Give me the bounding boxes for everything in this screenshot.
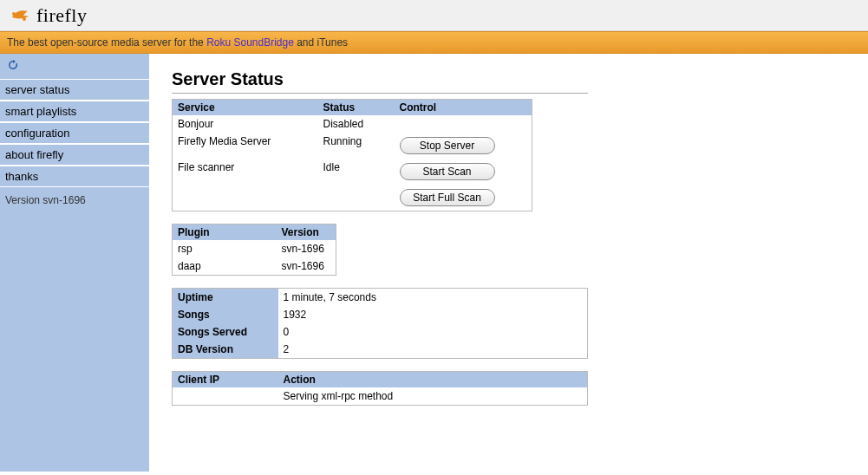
sidebar-item-thanks[interactable]: thanks (0, 166, 149, 187)
client-ip (173, 387, 278, 406)
clients-col-ip: Client IP (173, 372, 278, 388)
stats-table: Uptime1 minute, 7 seconds Songs1932 Song… (172, 288, 588, 359)
table-row: DB Version2 (173, 341, 588, 359)
start-full-scan-button[interactable]: Start Full Scan (400, 189, 495, 206)
table-row: Start Full Scan (173, 185, 532, 211)
stat-label: DB Version (173, 341, 278, 359)
sidebar-item-configuration[interactable]: configuration (0, 122, 149, 144)
tagline: The best open-source media server for th… (0, 31, 868, 54)
table-row: Bonjour Disabled (173, 115, 532, 133)
stat-value: 1 minute, 7 seconds (278, 289, 588, 307)
services-col-status: Status (318, 100, 395, 116)
plugins-col-version: Version (277, 224, 336, 241)
stat-label: Songs (173, 306, 278, 323)
table-row: Firefly Media Server Running Stop Server (173, 133, 532, 159)
header: firefly (0, 0, 868, 31)
plugin-version: svn-1696 (277, 257, 336, 276)
sidebar-item-smart-playlists[interactable]: smart playlists (0, 101, 149, 122)
stat-label: Songs Served (173, 323, 278, 341)
sidebar: server status smart playlists configurat… (0, 54, 149, 472)
services-table: Service Status Control Bonjour Disabled … (172, 99, 532, 211)
service-status: Running (318, 133, 395, 159)
service-name: Firefly Media Server (173, 133, 318, 159)
main-content: Server Status Service Status Control Bon… (149, 54, 868, 472)
service-status: Idle (318, 159, 395, 185)
stat-value: 1932 (278, 306, 588, 323)
service-status: Disabled (318, 115, 395, 133)
stat-value: 2 (278, 341, 588, 359)
stat-label: Uptime (173, 289, 278, 307)
nav: server status smart playlists configurat… (0, 80, 149, 187)
plugin-name: rsp (173, 240, 277, 257)
plugins-col-plugin: Plugin (173, 224, 277, 241)
plugin-version: svn-1696 (277, 240, 336, 257)
services-col-control: Control (395, 100, 532, 116)
table-row: Serving xml-rpc method (173, 387, 588, 406)
logo-text: firefly (36, 4, 87, 27)
page-title: Server Status (172, 69, 845, 89)
plugins-table: Plugin Version rsp svn-1696 daap svn-169… (172, 224, 336, 276)
stat-value: 0 (278, 323, 588, 341)
svg-point-0 (12, 12, 16, 16)
services-col-service: Service (173, 100, 318, 116)
start-scan-button[interactable]: Start Scan (400, 163, 495, 180)
plugin-name: daap (173, 257, 277, 276)
stop-server-button[interactable]: Stop Server (400, 137, 495, 154)
roku-link[interactable]: Roku SoundBridge (206, 36, 294, 49)
logo: firefly (7, 4, 87, 27)
clients-col-action: Action (278, 372, 588, 388)
clients-table: Client IP Action Serving xml-rpc method (172, 371, 588, 406)
service-name: File scanner (173, 159, 318, 185)
refresh-icon[interactable] (7, 59, 19, 71)
tagline-pre: The best open-source media server for th… (7, 36, 206, 49)
table-row: rsp svn-1696 (173, 240, 336, 257)
svg-point-1 (23, 17, 26, 21)
table-row: Songs Served0 (173, 323, 588, 341)
table-row: Uptime1 minute, 7 seconds (173, 289, 588, 307)
client-action: Serving xml-rpc method (278, 387, 588, 406)
table-row: daap svn-1696 (173, 257, 336, 276)
sidebar-item-about-firefly[interactable]: about firefly (0, 144, 149, 166)
table-row: File scanner Idle Start Scan (173, 159, 532, 185)
service-name: Bonjour (173, 115, 318, 133)
title-rule (172, 93, 588, 94)
refresh-bar (0, 54, 149, 80)
version-text: Version svn-1696 (0, 187, 149, 213)
tagline-post: and iTunes (294, 36, 348, 49)
firefly-logo-icon (7, 5, 31, 26)
sidebar-item-server-status[interactable]: server status (0, 80, 149, 101)
table-row: Songs1932 (173, 306, 588, 323)
